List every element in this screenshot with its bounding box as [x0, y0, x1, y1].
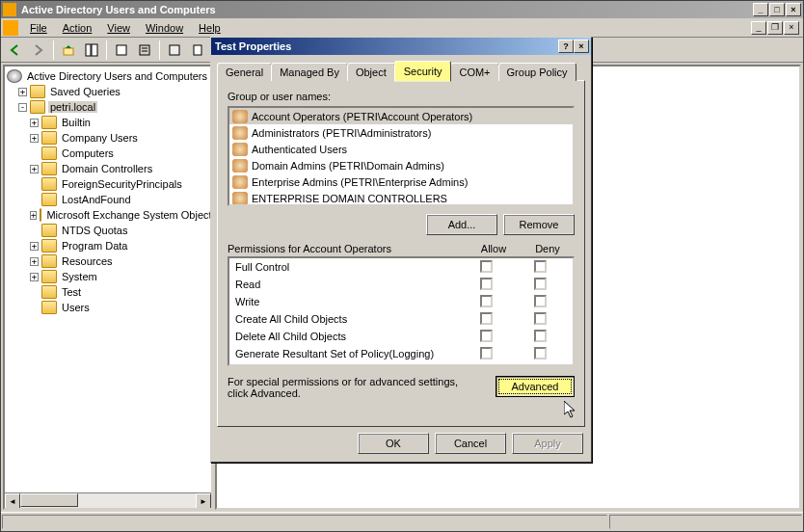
tab-managed-by[interactable]: Managed By — [271, 63, 348, 81]
group-item[interactable]: Authenticated Users — [229, 141, 573, 157]
menu-view[interactable]: View — [99, 20, 138, 36]
tree-panel: Active Directory Users and Computers + S… — [3, 65, 213, 510]
add-button[interactable]: Add... — [426, 214, 497, 235]
menu-window[interactable]: Window — [138, 20, 191, 36]
dialog-help-button[interactable]: ? — [558, 40, 574, 53]
deny-checkbox[interactable] — [534, 278, 547, 290]
folder-icon — [41, 116, 57, 129]
properties-button[interactable] — [134, 40, 155, 61]
menu-action[interactable]: Action — [55, 20, 100, 36]
tree-node-builtin[interactable]: +Builtin — [7, 115, 209, 130]
scroll-left-button[interactable]: ◄ — [5, 493, 20, 509]
refresh-button[interactable] — [164, 40, 185, 61]
folder-icon — [41, 131, 57, 145]
status-cell-2 — [609, 515, 802, 529]
minimize-button[interactable]: _ — [753, 3, 768, 16]
deny-checkbox[interactable] — [534, 347, 547, 359]
menu-help[interactable]: Help — [191, 20, 228, 36]
cut-button[interactable] — [111, 40, 132, 61]
back-button[interactable] — [5, 40, 26, 61]
menubar: File Action View Window Help _ ❐ × — [1, 18, 803, 38]
allow-checkbox[interactable] — [480, 278, 493, 290]
advanced-button[interactable]: Advanced — [496, 376, 575, 397]
deny-checkbox[interactable] — [534, 295, 547, 307]
tree-node-ntds[interactable]: NTDS Quotas — [7, 223, 209, 238]
scroll-right-button[interactable]: ► — [196, 493, 211, 509]
allow-checkbox[interactable] — [480, 312, 493, 325]
tree-node-exchange[interactable]: +Microsoft Exchange System Objects — [7, 207, 209, 223]
tree-root[interactable]: Active Directory Users and Computers — [7, 68, 209, 84]
permissions-list[interactable]: Full Control Read Write Create All Child… — [228, 256, 575, 366]
allow-checkbox[interactable] — [480, 260, 493, 273]
statusbar — [1, 512, 803, 531]
tree-node-users[interactable]: Users — [7, 300, 209, 315]
apply-button[interactable]: Apply — [512, 433, 583, 454]
tab-strip: General Managed By Object Security COM+ … — [217, 61, 585, 81]
mdi-restore-button[interactable]: ❐ — [767, 21, 783, 35]
expand-toggle[interactable]: + — [18, 88, 27, 96]
group-names-label: Group or user names: — [228, 91, 575, 102]
tree-node-foreign-security[interactable]: ForeignSecurityPrincipals — [7, 176, 209, 192]
tree-node-system[interactable]: +System — [7, 269, 209, 284]
folder-icon — [41, 301, 57, 314]
tree-node-test[interactable]: Test — [7, 284, 209, 300]
cancel-button[interactable]: Cancel — [435, 433, 506, 454]
allow-column-header: Allow — [467, 243, 521, 254]
group-icon — [232, 192, 248, 205]
tab-object[interactable]: Object — [347, 63, 395, 81]
tab-general[interactable]: General — [217, 63, 272, 81]
up-button[interactable] — [58, 40, 79, 61]
group-list[interactable]: Account Operators (PETRI\Account Operato… — [228, 106, 575, 206]
allow-checkbox[interactable] — [480, 347, 493, 359]
globe-icon — [7, 69, 22, 83]
close-button[interactable]: × — [786, 3, 801, 16]
allow-checkbox[interactable] — [480, 330, 493, 342]
dialog-titlebar[interactable]: Test Properties ? × — [211, 38, 591, 55]
remove-button[interactable]: Remove — [503, 214, 575, 235]
ok-button[interactable]: OK — [358, 433, 429, 454]
menubar-icon — [3, 20, 18, 36]
maximize-button[interactable]: □ — [769, 3, 785, 16]
tree-node-lostandfound[interactable]: LostAndFound — [7, 192, 209, 207]
allow-checkbox[interactable] — [480, 295, 493, 307]
group-item[interactable]: Enterprise Admins (PETRI\Enterprise Admi… — [229, 173, 573, 190]
deny-checkbox[interactable] — [534, 260, 547, 273]
domain-icon — [30, 100, 45, 114]
tree-node-program-data[interactable]: +Program Data — [7, 238, 209, 253]
folder-icon — [41, 270, 57, 283]
group-item[interactable]: Administrators (PETRI\Administrators) — [229, 124, 573, 141]
window-title: Active Directory Users and Computers — [19, 4, 753, 15]
deny-checkbox[interactable] — [534, 312, 547, 325]
tab-com-plus[interactable]: COM+ — [450, 63, 498, 81]
dialog-close-button[interactable]: × — [574, 40, 589, 53]
svg-rect-8 — [194, 45, 201, 55]
mdi-minimize-button[interactable]: _ — [751, 21, 766, 35]
group-item[interactable]: Account Operators (PETRI\Account Operato… — [229, 108, 573, 124]
menu-file[interactable]: File — [22, 20, 55, 36]
tree-node-computers[interactable]: Computers — [7, 146, 209, 161]
mdi-close-button[interactable]: × — [784, 21, 799, 35]
tab-security[interactable]: Security — [394, 61, 452, 82]
folder-icon — [41, 162, 57, 175]
deny-checkbox[interactable] — [534, 330, 547, 342]
group-icon — [232, 143, 248, 156]
tree-node-domain-controllers[interactable]: +Domain Controllers — [7, 161, 209, 176]
show-hide-button[interactable] — [81, 40, 102, 61]
tree-node-company-users[interactable]: +Company Users — [7, 130, 209, 146]
tree-saved-queries[interactable]: + Saved Queries — [7, 84, 209, 99]
status-cell-1 — [2, 515, 607, 529]
tree-domain[interactable]: - petri.local — [7, 99, 209, 115]
group-icon — [232, 175, 248, 189]
tree[interactable]: Active Directory Users and Computers + S… — [5, 66, 211, 317]
group-item[interactable]: Domain Admins (PETRI\Domain Admins) — [229, 157, 573, 173]
tab-group-policy[interactable]: Group Policy — [498, 63, 576, 81]
permission-row: Write — [229, 293, 573, 310]
tree-node-resources[interactable]: +Resources — [7, 253, 209, 269]
collapse-toggle[interactable]: - — [18, 103, 27, 112]
scroll-thumb[interactable] — [20, 493, 78, 507]
group-item[interactable]: ENTERPRISE DOMAIN CONTROLLERS — [229, 190, 573, 206]
permission-row: Create All Child Objects — [229, 310, 573, 328]
forward-button[interactable] — [28, 40, 49, 61]
tree-hscrollbar[interactable]: ◄ ► — [5, 492, 211, 508]
export-button[interactable] — [187, 40, 208, 61]
